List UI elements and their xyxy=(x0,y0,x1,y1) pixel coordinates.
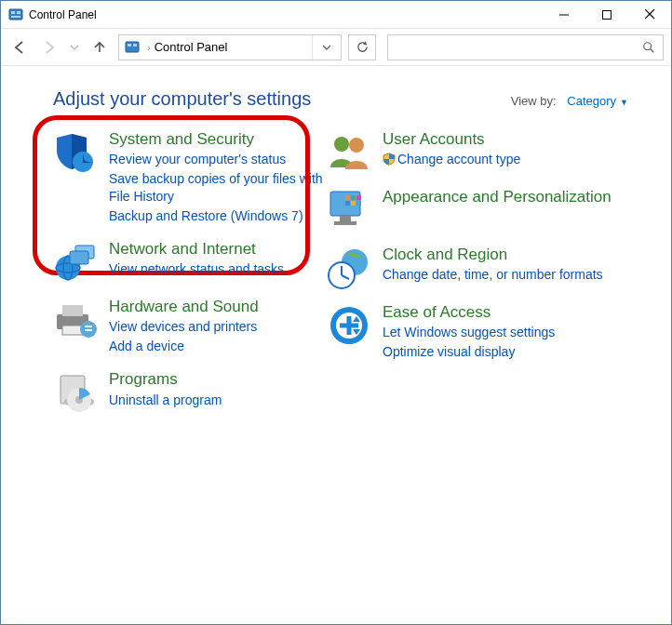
svg-point-30 xyxy=(349,138,364,153)
svg-rect-36 xyxy=(351,201,356,206)
close-button[interactable] xyxy=(628,1,671,28)
content-area: Adjust your computer's settings View by:… xyxy=(1,66,671,624)
svg-rect-3 xyxy=(11,16,20,18)
svg-rect-39 xyxy=(334,221,356,225)
control-panel-icon xyxy=(125,40,140,55)
view-by-value: Category xyxy=(567,94,616,108)
category-title[interactable]: Hardware and Sound xyxy=(109,298,323,316)
category-network-internet: Network and Internet View network status… xyxy=(53,240,323,285)
svg-rect-20 xyxy=(62,305,83,316)
svg-rect-10 xyxy=(133,44,137,47)
svg-line-12 xyxy=(651,48,654,52)
address-dropdown[interactable] xyxy=(312,35,341,60)
clock-globe-icon xyxy=(327,246,371,290)
svg-rect-5 xyxy=(603,10,612,19)
category-title[interactable]: User Accounts xyxy=(383,130,643,149)
svg-rect-2 xyxy=(17,11,20,14)
view-by-label: View by: xyxy=(511,94,557,108)
category-programs: Programs Uninstall a program xyxy=(53,370,323,415)
maximize-button[interactable] xyxy=(585,1,628,28)
svg-rect-1 xyxy=(11,11,15,14)
chevron-down-icon: ▼ xyxy=(620,98,628,107)
category-link[interactable]: Optimize visual display xyxy=(383,343,643,361)
minimize-button[interactable] xyxy=(543,1,585,28)
control-panel-icon xyxy=(8,7,23,22)
svg-rect-0 xyxy=(9,9,22,20)
titlebar: Control Panel xyxy=(1,1,671,29)
svg-rect-32 xyxy=(345,195,350,200)
category-link[interactable]: Save backup copies of your files with Fi… xyxy=(109,170,323,206)
nav-back-button[interactable] xyxy=(8,36,31,59)
network-icon xyxy=(53,240,98,285)
category-hardware-sound: Hardware and Sound View devices and prin… xyxy=(53,298,323,357)
printer-icon xyxy=(53,298,98,342)
column-left: System and Security Review your computer… xyxy=(53,130,323,428)
nav-up-button[interactable] xyxy=(88,36,111,59)
nav-recent-dropdown[interactable] xyxy=(68,36,81,59)
control-panel-window: Control Panel › Control Panel xyxy=(0,0,672,625)
svg-rect-37 xyxy=(356,201,361,206)
page-title: Adjust your computer's settings xyxy=(53,88,511,110)
breadcrumb[interactable]: Control Panel xyxy=(155,40,232,54)
category-link[interactable]: Change date, time, or number formats xyxy=(383,266,643,284)
category-body: System and Security Review your computer… xyxy=(109,130,323,227)
svg-point-29 xyxy=(334,137,349,152)
category-link[interactable]: Backup and Restore (Windows 7) xyxy=(109,207,323,225)
category-system-security: System and Security Review your computer… xyxy=(53,130,323,227)
svg-rect-18 xyxy=(70,251,88,264)
category-ease-of-access: Ease of Access Let Windows suggest setti… xyxy=(327,303,643,363)
window-controls xyxy=(543,1,671,28)
category-grid: System and Security Review your computer… xyxy=(53,130,643,428)
nav-forward-button[interactable] xyxy=(38,36,60,59)
column-right: User Accounts Change account type Appear… xyxy=(327,130,643,428)
address-bar[interactable]: › Control Panel xyxy=(118,34,342,60)
view-by-selector[interactable]: View by: Category▼ xyxy=(511,94,628,108)
svg-rect-34 xyxy=(356,195,361,200)
category-title[interactable]: Appearance and Personalization xyxy=(383,188,643,206)
users-icon xyxy=(327,130,371,175)
svg-rect-23 xyxy=(85,326,92,327)
svg-rect-35 xyxy=(345,201,350,206)
category-body: Programs Uninstall a program xyxy=(109,370,323,415)
search-input[interactable] xyxy=(396,39,642,55)
category-user-accounts: User Accounts Change account type xyxy=(327,130,643,175)
svg-point-11 xyxy=(644,42,652,49)
category-link[interactable]: View network status and tasks xyxy=(109,260,323,278)
svg-rect-21 xyxy=(62,326,83,335)
category-body: Hardware and Sound View devices and prin… xyxy=(109,298,323,357)
programs-icon xyxy=(53,370,98,415)
category-body: Ease of Access Let Windows suggest setti… xyxy=(383,303,643,363)
svg-rect-24 xyxy=(85,329,92,331)
refresh-button[interactable] xyxy=(348,34,376,60)
category-title[interactable]: Network and Internet xyxy=(109,240,323,259)
category-title[interactable]: Ease of Access xyxy=(383,303,643,322)
search-box[interactable] xyxy=(387,34,664,60)
category-link[interactable]: Review your computer's status xyxy=(109,151,323,168)
header-row: Adjust your computer's settings View by:… xyxy=(53,88,643,110)
category-body: User Accounts Change account type xyxy=(383,130,643,175)
category-body: Clock and Region Change date, time, or n… xyxy=(383,246,643,290)
shield-icon xyxy=(383,153,396,166)
category-link[interactable]: Change account type xyxy=(383,151,643,168)
category-body: Appearance and Personalization xyxy=(383,188,643,233)
chevron-right-icon: › xyxy=(147,42,151,53)
search-icon[interactable] xyxy=(642,41,655,54)
shield-icon xyxy=(53,130,98,175)
toolbar: › Control Panel xyxy=(1,29,671,66)
ease-of-access-icon xyxy=(327,303,371,348)
svg-rect-8 xyxy=(126,42,139,52)
category-title[interactable]: Programs xyxy=(109,370,323,389)
category-title[interactable]: System and Security xyxy=(109,130,323,149)
category-link[interactable]: Add a device xyxy=(109,338,323,355)
category-body: Network and Internet View network status… xyxy=(109,240,323,285)
category-appearance: Appearance and Personalization xyxy=(327,188,643,233)
category-link[interactable]: Let Windows suggest settings xyxy=(383,324,643,341)
svg-rect-33 xyxy=(351,195,356,200)
category-link[interactable]: Uninstall a program xyxy=(109,392,323,409)
category-link[interactable]: View devices and printers xyxy=(109,318,323,336)
category-title[interactable]: Clock and Region xyxy=(383,246,643,264)
svg-rect-9 xyxy=(128,44,131,47)
category-clock-region: Clock and Region Change date, time, or n… xyxy=(327,246,643,290)
svg-rect-38 xyxy=(340,216,351,221)
window-title: Control Panel xyxy=(29,8,543,21)
